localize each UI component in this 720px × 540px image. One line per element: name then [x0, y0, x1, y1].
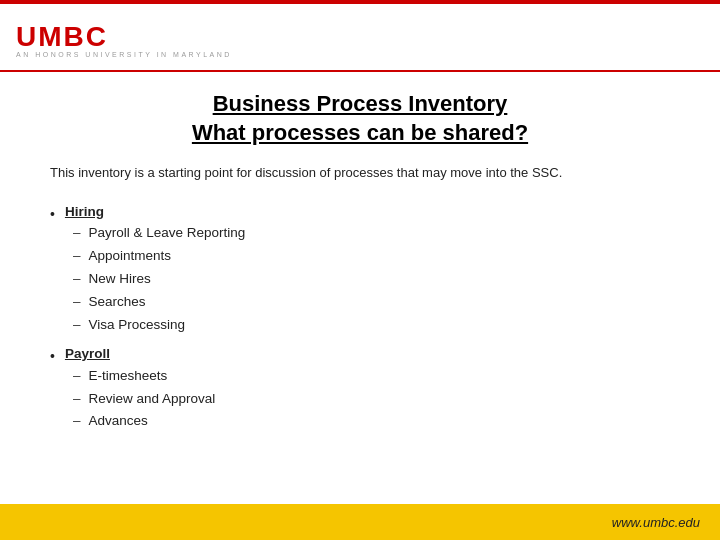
- hiring-item-3: New Hires: [88, 268, 150, 291]
- bullet-dot-payroll: •: [50, 345, 55, 367]
- list-item: – New Hires: [73, 268, 670, 291]
- dash-icon: –: [73, 314, 81, 337]
- dash-icon: –: [73, 222, 81, 245]
- payroll-item-1: E-timesheets: [88, 365, 167, 388]
- hiring-list: – Payroll & Leave Reporting – Appointmen…: [65, 222, 670, 337]
- list-item: – Searches: [73, 291, 670, 314]
- intro-paragraph: This inventory is a starting point for d…: [50, 163, 670, 183]
- list-item: – Payroll & Leave Reporting: [73, 222, 670, 245]
- dash-icon: –: [73, 388, 81, 411]
- dash-icon: –: [73, 410, 81, 433]
- dash-icon: –: [73, 245, 81, 268]
- dash-icon: –: [73, 268, 81, 291]
- page-title: Business Process Inventory What processe…: [50, 90, 670, 147]
- payroll-item-3: Advances: [88, 410, 147, 433]
- title-line2: What processes can be shared?: [192, 120, 528, 145]
- title-heading: Business Process Inventory What processe…: [50, 90, 670, 147]
- hiring-heading: Hiring: [65, 204, 104, 219]
- logo-subtitle: AN HONORS UNIVERSITY IN MARYLAND: [16, 51, 232, 58]
- list-item: – E-timesheets: [73, 365, 670, 388]
- content-list: • Hiring – Payroll & Leave Reporting – A…: [50, 201, 670, 434]
- footer-bar: www.umbc.edu: [0, 504, 720, 540]
- payroll-section: • Payroll – E-timesheets – Review and Ap…: [50, 343, 670, 433]
- title-line1: Business Process Inventory: [213, 91, 508, 116]
- umbc-logo: UMBC: [16, 21, 108, 53]
- logo-container: UMBC AN HONORS UNIVERSITY IN MARYLAND: [16, 21, 232, 58]
- page-header: UMBC AN HONORS UNIVERSITY IN MARYLAND: [0, 4, 720, 72]
- bullet-dot-hiring: •: [50, 203, 55, 225]
- payroll-content: Payroll – E-timesheets – Review and Appr…: [65, 343, 670, 433]
- hiring-item-4: Searches: [88, 291, 145, 314]
- payroll-list: – E-timesheets – Review and Approval – A…: [65, 365, 670, 434]
- website-url: www.umbc.edu: [612, 515, 700, 530]
- list-item: – Visa Processing: [73, 314, 670, 337]
- main-content: Business Process Inventory What processe…: [0, 72, 720, 449]
- payroll-item-2: Review and Approval: [88, 388, 215, 411]
- hiring-item-2: Appointments: [88, 245, 171, 268]
- list-item: – Review and Approval: [73, 388, 670, 411]
- hiring-section: • Hiring – Payroll & Leave Reporting – A…: [50, 201, 670, 337]
- hiring-item-1: Payroll & Leave Reporting: [88, 222, 245, 245]
- list-item: – Advances: [73, 410, 670, 433]
- hiring-content: Hiring – Payroll & Leave Reporting – App…: [65, 201, 670, 337]
- list-item: – Appointments: [73, 245, 670, 268]
- dash-icon: –: [73, 365, 81, 388]
- payroll-heading: Payroll: [65, 346, 110, 361]
- dash-icon: –: [73, 291, 81, 314]
- hiring-item-5: Visa Processing: [88, 314, 185, 337]
